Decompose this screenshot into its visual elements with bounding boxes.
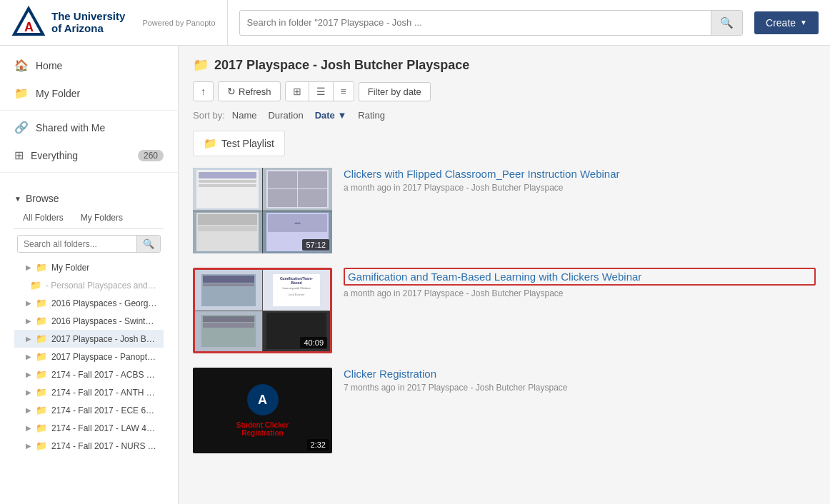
search-input[interactable] [240,17,711,28]
folder-item-personal[interactable]: 📁 - Personal Playspaces and Sandbox... [14,276,164,294]
folder-item-label: 2016 Playspaces - Swinteck Playspac... [51,316,158,326]
folder-search-button[interactable]: 🔍 [136,236,160,252]
browse-label: Browse [26,193,59,204]
folder-file-icon: 📁 [36,387,47,398]
folder-item-label: 2174 - Fall 2017 - ANTH 364 FA17 0C... [51,388,158,398]
folder-file-icon: 📁 [36,440,47,451]
sort-label: Sort by: [193,110,225,121]
page-title: 2017 Playspace - Josh Butcher Playspace [214,58,469,73]
sort-by-duration[interactable]: Duration [264,109,307,122]
compact-view-button[interactable]: ≡ [334,82,354,101]
browse-section: ▼ Browse All Folders My Folders 🔍 ▶ 📁 My… [0,181,178,463]
video-item-1: slide 57:12 Clickers with Flipped Classr… [193,168,816,253]
folder-item-2174-law[interactable]: ▶ 📁 2174 - Fall 2017 - LAW 402A 502A FA.… [14,419,164,437]
search-button[interactable]: 🔍 [711,11,742,35]
folder-expand-icon: ▶ [26,442,31,450]
folder-item-2174-anth[interactable]: ▶ 📁 2174 - Fall 2017 - ANTH 364 FA17 0C.… [14,383,164,401]
folder-item-myfolder[interactable]: ▶ 📁 My Folder [14,258,164,276]
folder-item-label: 2174 - Fall 2017 - ECE 677 FA17 001... [51,405,158,415]
folder-search-bar[interactable]: 🔍 [17,235,161,253]
video-title-2[interactable]: Gamification and Team-Based Learning wit… [344,268,816,286]
folder-expand-icon: ▶ [26,406,31,414]
sidebar-item-myfolder[interactable]: 📁 My Folder [0,79,178,107]
folder-search-input[interactable] [18,236,136,252]
filter-by-date-button[interactable]: Filter by date [359,82,431,101]
video-thumbnail-1[interactable]: slide 57:12 [193,168,332,253]
sidebar-divider-2 [0,172,178,173]
folder-item-label: 2016 Playspaces - Georgia Davis Play... [51,298,158,308]
folder-item-2174-ece[interactable]: ▶ 📁 2174 - Fall 2017 - ECE 677 FA17 001.… [14,401,164,419]
folder-file-icon: 📁 [36,405,47,415]
video-thumbnail-3[interactable]: A Student ClickerRegistration 2:32 [193,368,332,453]
university-line2: of Arizona [51,23,125,35]
university-logo: A [11,6,46,40]
gami-cell-2: Gamification/Team-Based Learning with Cl… [263,270,330,311]
folder-item-2174-nurs[interactable]: ▶ 📁 2174 - Fall 2017 - NURS 609A Advan..… [14,437,164,455]
thumb-cell-3 [193,211,262,254]
folder-item-2017-josh[interactable]: ▶ 📁 2017 Playspace - Josh Butcher Playsp… [14,330,164,348]
folder-item-2016-swinteck[interactable]: ▶ 📁 2016 Playspaces - Swinteck Playspac.… [14,312,164,330]
browse-header[interactable]: ▼ Browse [14,188,164,208]
main-layout: 🏠 Home 📁 My Folder 🔗 Shared with Me ⊞ Ev… [0,46,830,504]
folder-file-icon: 📁 [36,369,47,380]
main-content: 📁 2017 Playspace - Josh Butcher Playspac… [179,46,830,504]
sort-by-date[interactable]: Date ▼ [311,109,351,122]
folder-file-icon: 📁 [36,351,47,362]
sidebar: 🏠 Home 📁 My Folder 🔗 Shared with Me ⊞ Ev… [0,46,179,504]
tab-all-folders[interactable]: All Folders [14,208,72,228]
sidebar-item-everything[interactable]: ⊞ Everything 260 [0,141,178,169]
folder-item-label: 2174 - Fall 2017 - LAW 402A 502A FA... [51,423,158,433]
folder-item-label: 2174 - Fall 2017 - ACBS ECOL MIC Pl... [51,370,158,380]
breadcrumb-folder-icon: 📁 [193,57,209,73]
logo-area: A The University of Arizona Powered by P… [11,0,228,45]
folder-item-2016-georgia[interactable]: ▶ 📁 2016 Playspaces - Georgia Davis Play… [14,294,164,312]
playlist-folder-item[interactable]: 📁 Test Playlist [193,131,285,156]
refresh-button[interactable]: ↻ Refresh [218,81,281,101]
video-duration-badge-1: 57:12 [302,239,329,251]
video-meta-1: a month ago in 2017 Playspace - Josh But… [344,183,816,193]
folder-expand-icon: ▶ [26,424,31,432]
sidebar-item-home[interactable]: 🏠 Home [0,51,178,79]
grid-icon: ⊞ [14,148,24,162]
video-meta-3: 7 months ago in 2017 Playspace - Josh Bu… [344,383,816,393]
sidebar-divider-1 [0,110,178,111]
folder-file-icon: 📁 [30,280,41,291]
sort-by-rating[interactable]: Rating [354,109,389,122]
tab-my-folders[interactable]: My Folders [72,208,131,228]
university-name-text: The University of Arizona [51,11,125,34]
folders-tabs: All Folders My Folders [14,208,164,229]
share-icon: 🔗 [14,121,29,134]
folder-item-label: - Personal Playspaces and Sandbox... [46,281,158,291]
svg-text:A: A [24,20,34,34]
folder-file-icon: 📁 [36,333,47,344]
refresh-label: Refresh [239,86,271,97]
search-bar[interactable]: 🔍 [239,10,744,36]
sort-by-name[interactable]: Name [228,109,261,122]
folder-expand-icon: ▶ [26,317,31,325]
video-info-1: Clickers with Flipped Classroom_Peer Ins… [344,168,816,193]
folder-item-2017-panopto[interactable]: ▶ 📁 2017 Playspace - Panopto IT Summit..… [14,348,164,366]
video-title-3[interactable]: Clicker Registration [344,368,816,380]
list-view-button[interactable]: ☰ [309,82,334,101]
video-info-3: Clicker Registration 7 months ago in 201… [344,368,816,393]
create-dropdown-arrow: ▼ [800,19,807,26]
clicker-logo-icon: A [247,384,279,415]
video-thumbnail-2[interactable]: Gamification/Team-Based Learning with Cl… [193,268,332,353]
folder-file-icon: 📁 [36,316,47,326]
folder-expand-icon: ▶ [26,263,31,271]
folder-item-label: My Folder [51,263,89,273]
playlist-label: Test Playlist [221,138,274,149]
folder-list: ▶ 📁 My Folder 📁 - Personal Playspaces an… [14,258,164,460]
sidebar-item-shared[interactable]: 🔗 Shared with Me [0,114,178,141]
create-button[interactable]: Create ▼ [754,11,819,34]
back-button[interactable]: ↑ [193,81,214,101]
home-icon: 🏠 [14,59,29,72]
folder-expand-icon: ▶ [26,335,31,343]
folder-file-icon: 📁 [36,298,47,308]
video-title-1[interactable]: Clickers with Flipped Classroom_Peer Ins… [344,168,816,180]
folder-item-2174-acbs[interactable]: ▶ 📁 2174 - Fall 2017 - ACBS ECOL MIC Pl.… [14,366,164,383]
grid-view-button[interactable]: ⊞ [286,82,309,101]
clicker-label-text: Student ClickerRegistration [236,421,289,437]
folder-item-label: 2017 Playspace - Panopto IT Summit... [51,352,158,362]
sidebar-nav: 🏠 Home 📁 My Folder 🔗 Shared with Me ⊞ Ev… [0,46,178,181]
